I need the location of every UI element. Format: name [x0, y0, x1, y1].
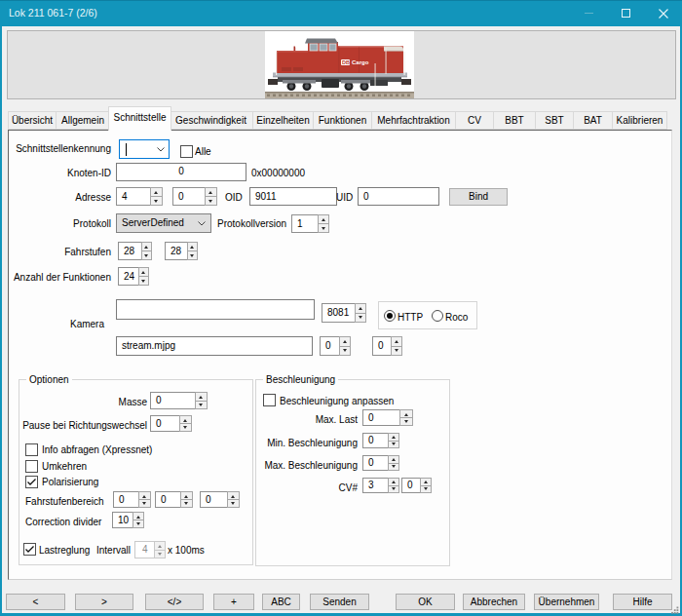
svg-text:DB: DB [342, 59, 350, 65]
svg-text:Cargo: Cargo [352, 59, 369, 65]
